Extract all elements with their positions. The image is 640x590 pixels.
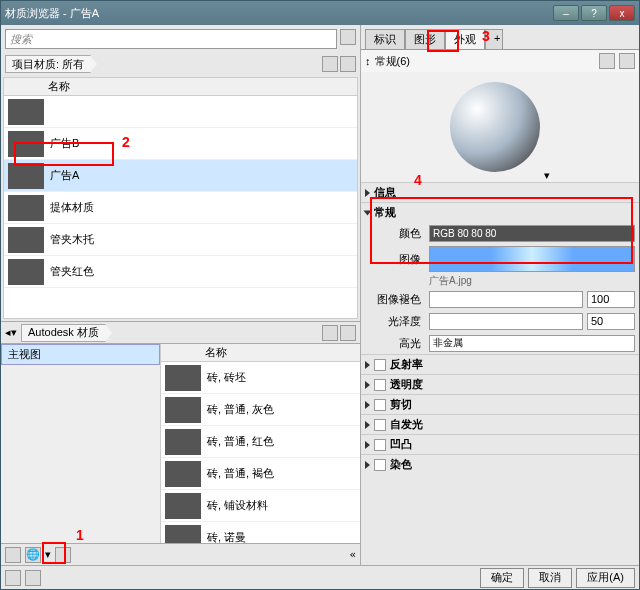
list-item[interactable]: 广告A (4, 160, 357, 192)
material-thumb (8, 227, 44, 253)
section-checkbox[interactable] (374, 359, 386, 371)
duplicate-icon[interactable] (599, 53, 615, 69)
material-thumb (8, 99, 44, 125)
help-button[interactable]: ? (581, 5, 607, 21)
list-item[interactable]: 砖, 普通, 褐色 (161, 458, 360, 490)
open-library-icon[interactable]: 🌐 (25, 547, 41, 563)
list-item[interactable]: 广告B (4, 128, 357, 160)
open-library-drop[interactable]: ▾ (45, 548, 51, 561)
tree-node[interactable]: 主视图 (1, 344, 160, 365)
section-title: 染色 (390, 457, 412, 472)
list-item[interactable]: 砖, 诺曼 (161, 522, 360, 543)
material-name: 广告B (50, 136, 79, 151)
lib-view-grid-icon[interactable] (322, 325, 338, 341)
tab-identity[interactable]: 标识 (365, 29, 405, 49)
image-filename: 广告A.jpg (429, 274, 472, 288)
replace-asset-icon[interactable]: ↕ (365, 55, 371, 67)
expand-icon[interactable] (365, 401, 370, 409)
fade-label: 图像褪色 (365, 292, 425, 307)
material-name: 提体材质 (50, 200, 94, 215)
section-checkbox[interactable] (374, 439, 386, 451)
lib-breadcrumb[interactable]: Autodesk 材质 (21, 324, 106, 342)
image-label: 图像 (365, 252, 425, 267)
material-name: 砖, 砖坯 (207, 370, 246, 385)
ok-button[interactable]: 确定 (480, 568, 524, 588)
material-thumb (8, 195, 44, 221)
search-input[interactable]: 搜索 (5, 29, 337, 49)
expand-info-icon[interactable] (365, 189, 370, 197)
material-thumb (8, 259, 44, 285)
expand-icon[interactable] (365, 381, 370, 389)
section-checkbox[interactable] (374, 459, 386, 471)
material-name: 管夹木托 (50, 232, 94, 247)
material-preview: ▾ (361, 72, 639, 182)
tab-appearance[interactable]: 外观 (445, 29, 485, 49)
material-name: 管夹红色 (50, 264, 94, 279)
section-cg: 常规 (374, 205, 396, 220)
material-thumb (165, 493, 201, 519)
minimize-button[interactable]: – (553, 5, 579, 21)
expand-icon[interactable] (365, 421, 370, 429)
list-item[interactable]: 砖, 砖坯 (161, 362, 360, 394)
material-thumb (165, 365, 201, 391)
list-item[interactable]: 砖, 普通, 灰色 (161, 394, 360, 426)
expand-icon[interactable] (365, 361, 370, 369)
lib-tree[interactable]: 主视图 (1, 344, 161, 543)
section-info: 信息 (374, 185, 396, 200)
lib-back-icon[interactable]: ◂▾ (5, 326, 17, 339)
gloss-slider[interactable] (429, 313, 583, 330)
apply-button[interactable]: 应用(A) (576, 568, 635, 588)
col-name: 名称 (48, 79, 70, 94)
regular-header: 常规(6) (375, 54, 410, 69)
tool-icon-1[interactable] (5, 547, 21, 563)
preview-drop-icon[interactable]: ▾ (544, 169, 550, 182)
section-checkbox[interactable] (374, 399, 386, 411)
material-name: 砖, 普通, 褐色 (207, 466, 274, 481)
close-button[interactable]: x (609, 5, 635, 21)
section-checkbox[interactable] (374, 379, 386, 391)
list-item[interactable]: 管夹木托 (4, 224, 357, 256)
tool-icon-3[interactable] (55, 547, 71, 563)
view-grid-icon[interactable] (322, 56, 338, 72)
hilite-field[interactable]: 非金属 (429, 335, 635, 352)
footer-icon-1[interactable] (5, 570, 21, 586)
tab-graphics[interactable]: 图形 (405, 29, 445, 49)
view-list-icon[interactable] (340, 56, 356, 72)
titlebar: 材质浏览器 - 广告A – ? x (1, 1, 639, 25)
section-title: 剪切 (390, 397, 412, 412)
material-thumb (165, 429, 201, 455)
preview-sphere (450, 82, 540, 172)
list-item[interactable] (4, 96, 357, 128)
gloss-label: 光泽度 (365, 314, 425, 329)
material-thumb (8, 163, 44, 189)
cancel-button[interactable]: 取消 (528, 568, 572, 588)
list-item[interactable]: 提体材质 (4, 192, 357, 224)
material-thumb (165, 461, 201, 487)
image-field[interactable] (429, 246, 635, 272)
expand-cg-icon[interactable] (364, 210, 372, 215)
material-thumb (8, 131, 44, 157)
collapse-button[interactable]: « (349, 548, 356, 561)
section-title: 反射率 (390, 357, 423, 372)
expand-icon[interactable] (365, 441, 370, 449)
section-checkbox[interactable] (374, 419, 386, 431)
fade-slider[interactable] (429, 291, 583, 308)
expand-icon[interactable] (365, 461, 370, 469)
color-field[interactable]: RGB 80 80 80 (429, 225, 635, 242)
color-label: 颜色 (365, 226, 425, 241)
search-icon[interactable] (340, 29, 356, 45)
footer-icon-2[interactable] (25, 570, 41, 586)
material-name: 广告A (50, 168, 79, 183)
copy-icon[interactable] (619, 53, 635, 69)
lib-view-list-icon[interactable] (340, 325, 356, 341)
material-name: 砖, 普通, 灰色 (207, 402, 274, 417)
fade-value[interactable]: 100 (587, 291, 635, 308)
project-filter[interactable]: 项目材质: 所有 (5, 55, 91, 73)
hilite-label: 高光 (365, 336, 425, 351)
list-item[interactable]: 砖, 铺设材料 (161, 490, 360, 522)
list-item[interactable]: 管夹红色 (4, 256, 357, 288)
material-name: 砖, 普通, 红色 (207, 434, 274, 449)
gloss-value[interactable]: 50 (587, 313, 635, 330)
list-item[interactable]: 砖, 普通, 红色 (161, 426, 360, 458)
section-title: 自发光 (390, 417, 423, 432)
